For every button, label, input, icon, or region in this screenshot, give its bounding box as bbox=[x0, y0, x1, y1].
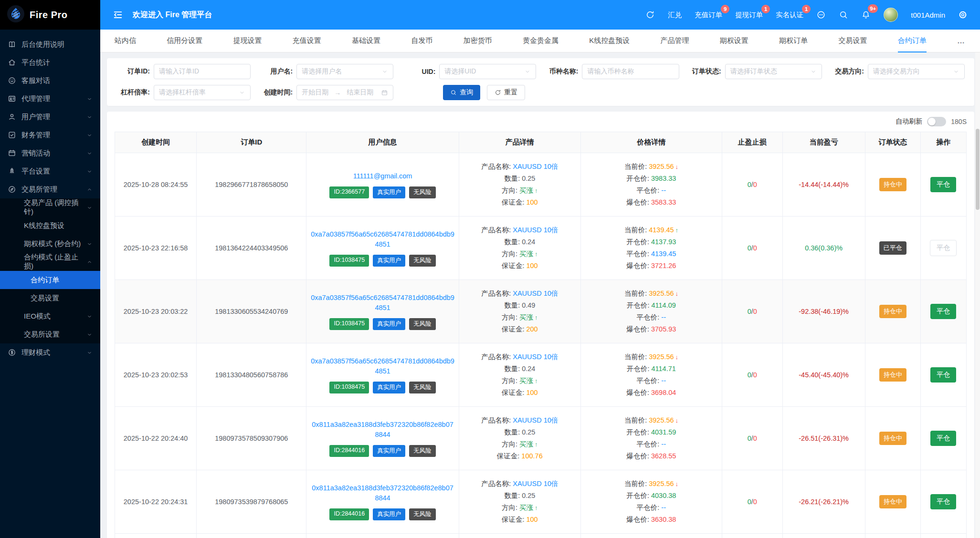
scrollbar-thumb[interactable] bbox=[976, 129, 980, 210]
username[interactable]: t001Admin bbox=[911, 11, 945, 19]
sidebar-item[interactable]: 交易所设置 bbox=[0, 325, 100, 343]
sidebar-item[interactable]: 用户管理 bbox=[0, 108, 100, 126]
sidebar-item[interactable]: K线控盘预设 bbox=[0, 217, 100, 235]
user-link[interactable]: 0x811a3a82ea3188d3feb372320b86f82e8b0788… bbox=[310, 483, 454, 503]
tab-item[interactable]: K线控盘预设 bbox=[589, 30, 630, 52]
close-position-button[interactable]: 平仓 bbox=[930, 494, 956, 509]
close-position-button[interactable]: 平仓 bbox=[930, 304, 956, 319]
tab-item[interactable]: 信用分设置 bbox=[167, 30, 202, 52]
sidebar-item[interactable]: IEO模式 bbox=[0, 307, 100, 325]
sidebar-item[interactable]: 后台使用说明 bbox=[0, 35, 100, 53]
close-position-button[interactable]: 平仓 bbox=[930, 367, 956, 383]
search-icon[interactable] bbox=[839, 10, 848, 20]
refresh-icon[interactable] bbox=[645, 10, 655, 20]
close-position-button[interactable]: 平仓 bbox=[930, 431, 956, 446]
cell-order-status: 持仓中 bbox=[865, 343, 920, 407]
text-input[interactable]: 请输入币种名称 bbox=[582, 64, 679, 79]
sidebar-item[interactable]: 期权模式 (秒合约) bbox=[0, 235, 100, 253]
sidebar-item-label: 理财模式 bbox=[21, 348, 50, 357]
cell-product-detail: 产品名称:XAUUSD 10倍数量:0.25方向:买涨↑保证金:100 bbox=[459, 153, 580, 217]
cell-create-time bbox=[115, 534, 197, 538]
topbar-exchange[interactable]: 汇兑 bbox=[668, 10, 682, 20]
topbar-kyc[interactable]: 实名认证1 bbox=[776, 10, 803, 20]
sidebar-item[interactable]: 平台设置 bbox=[0, 162, 100, 180]
user-link[interactable]: 0xa7a03857f56a65c62685474781dd0864bdb948… bbox=[310, 229, 454, 249]
tab-active[interactable]: 合约订单 bbox=[898, 30, 927, 52]
placeholder: 请选择用户名 bbox=[302, 67, 342, 76]
detail-label: 保证金: bbox=[502, 516, 525, 523]
filter-select-group: UID:请选择UID bbox=[402, 64, 536, 79]
take-profit-value: 0 bbox=[748, 181, 751, 188]
user-link[interactable]: 0xa7a03857f56a65c62685474781dd0864bdb948… bbox=[310, 356, 454, 376]
detail-value: -- bbox=[661, 313, 666, 321]
sidebar-item-label: 交易设置 bbox=[31, 294, 59, 303]
text-input[interactable]: 请输入订单ID bbox=[154, 64, 251, 79]
tab-item[interactable]: 站内信 bbox=[115, 30, 136, 52]
sidebar-item-label: IEO模式 bbox=[24, 312, 51, 321]
close-position-button[interactable]: 平仓 bbox=[930, 177, 956, 192]
sidebar-item[interactable]: 财务管理 bbox=[0, 126, 100, 144]
gear-icon[interactable] bbox=[958, 10, 968, 20]
detail-line: 爆仓价:3628.55 bbox=[585, 451, 718, 461]
reset-button[interactable]: 重置 bbox=[487, 85, 525, 100]
trend-up-icon: ↑ bbox=[535, 187, 538, 194]
tab-item[interactable]: 产品管理 bbox=[661, 30, 689, 52]
select-input[interactable]: 请选择用户名 bbox=[296, 64, 393, 79]
sidebar-item[interactable]: 交易所管理 bbox=[0, 180, 100, 198]
placeholder: 请输入订单ID bbox=[159, 67, 199, 76]
tab-item[interactable]: 自发币 bbox=[411, 30, 432, 52]
tab-item[interactable]: 基础设置 bbox=[352, 30, 380, 52]
collapse-menu-icon[interactable] bbox=[113, 10, 123, 20]
sidebar: Fire Pro 后台使用说明平台统计客服对话代理管理用户管理财务管理营销活动平… bbox=[0, 0, 100, 538]
bell-icon[interactable]: 9+ bbox=[861, 10, 871, 20]
status-badge: 持仓中 bbox=[879, 178, 906, 191]
tab-item[interactable]: 充值设置 bbox=[293, 30, 321, 52]
user-id-badge: ID:2844016 bbox=[329, 445, 369, 457]
sidebar-item[interactable]: 合约模式 (止盈止损) bbox=[0, 253, 100, 271]
trend-up-icon: ↑ bbox=[535, 314, 538, 321]
sidebar-item[interactable]: 平台统计 bbox=[0, 53, 100, 72]
search-button-label: 查询 bbox=[460, 88, 473, 97]
detail-line: 爆仓价:3705.93 bbox=[585, 324, 718, 334]
select-input[interactable]: 请选择订单状态 bbox=[725, 64, 822, 79]
user-link[interactable]: 0x811a3a82ea3188d3feb372320b86f82e8b0788… bbox=[310, 420, 454, 440]
daterange-input[interactable]: 开始日期→结束日期 bbox=[296, 85, 393, 100]
topbar-withdraw-orders[interactable]: 提现订单1 bbox=[735, 10, 763, 20]
tab-item[interactable]: 加密货币 bbox=[464, 30, 492, 52]
book-icon bbox=[8, 40, 16, 49]
tab-item[interactable]: 提现设置 bbox=[233, 30, 262, 52]
more-tabs-button[interactable]: … bbox=[957, 37, 966, 45]
user-link[interactable]: 111111@gmail.com bbox=[310, 171, 454, 181]
sidebar-item[interactable]: 交易产品 (调控插针) bbox=[0, 198, 100, 217]
sidebar-item[interactable]: 理财模式 bbox=[0, 343, 100, 362]
no-risk-badge: 无风险 bbox=[409, 318, 436, 330]
sidebar-item[interactable]: 客服对话 bbox=[0, 72, 100, 90]
sidebar-item[interactable]: 代理管理 bbox=[0, 90, 100, 108]
select-input[interactable]: 请选择交易方向 bbox=[868, 64, 965, 79]
detail-line: 爆仓价:3583.33 bbox=[585, 197, 718, 207]
detail-value: 4137.93 bbox=[651, 238, 676, 246]
select-input[interactable]: 请选择UID bbox=[439, 64, 536, 79]
tab-item[interactable]: 黄金贵金属 bbox=[523, 30, 558, 52]
sidebar-item[interactable]: 交易设置 bbox=[0, 289, 100, 307]
tab-item[interactable]: 期权订单 bbox=[779, 30, 808, 52]
user-link[interactable]: 0xa7a03857f56a65c62685474781dd0864bdb948… bbox=[310, 293, 454, 313]
topbar-recharge-orders[interactable]: 充值订单9 bbox=[695, 10, 722, 20]
detail-label: 保证金: bbox=[502, 262, 525, 269]
detail-label: 产品名称: bbox=[481, 353, 511, 361]
detail-value: 3705.93 bbox=[651, 325, 676, 333]
search-button[interactable]: 查询 bbox=[443, 85, 480, 100]
tab-item[interactable]: 期权设置 bbox=[720, 30, 748, 52]
user-avatar[interactable] bbox=[884, 8, 898, 22]
tab-item[interactable]: 交易设置 bbox=[838, 30, 867, 52]
take-profit-value: 0 bbox=[748, 498, 751, 506]
topbar-recharge-orders-label: 充值订单 bbox=[695, 10, 722, 20]
sidebar-item[interactable]: 营销活动 bbox=[0, 144, 100, 162]
chat-icon[interactable] bbox=[816, 10, 826, 20]
page-scrollbar[interactable] bbox=[975, 52, 980, 538]
select-input[interactable]: 请选择杠杆倍率 bbox=[154, 85, 251, 100]
sidebar-item-label: 平台设置 bbox=[21, 167, 50, 176]
detail-line: 平仓价:-- bbox=[585, 439, 718, 449]
auto-refresh-toggle[interactable] bbox=[927, 117, 946, 126]
sidebar-item-active[interactable]: 合约订单 bbox=[0, 271, 100, 289]
